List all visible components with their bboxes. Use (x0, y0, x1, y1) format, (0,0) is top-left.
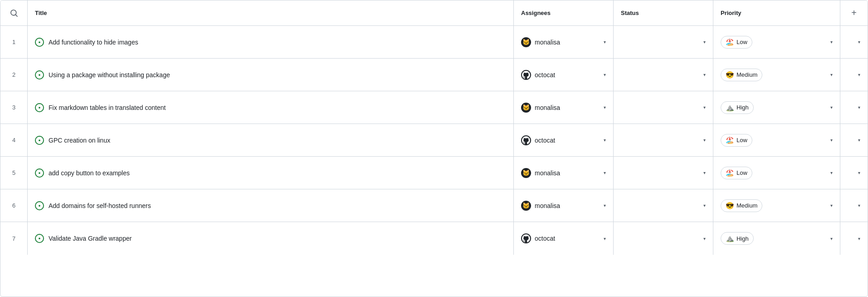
row-dropdown-icon[interactable]: ▾ (858, 72, 860, 77)
status-cell[interactable]: ▾ (614, 222, 713, 255)
row-extra-cell: ▾ (840, 189, 868, 222)
table-row: 6 Add domains for self-hosted runners 🐱 … (0, 189, 868, 222)
priority-label: Low (736, 137, 747, 144)
assignee-dropdown-icon[interactable]: ▾ (604, 40, 606, 45)
assignee-name: monalisa (535, 39, 560, 46)
priority-cell[interactable]: 😎 Medium ▾ (713, 59, 840, 91)
status-dropdown-icon[interactable]: ▾ (703, 138, 706, 143)
status-cell[interactable]: ▾ (614, 124, 713, 156)
priority-dropdown-icon[interactable]: ▾ (830, 40, 833, 45)
table-row: 2 Using a package without installing pac… (0, 59, 868, 91)
status-header: Status (614, 0, 713, 25)
priority-dropdown-icon[interactable]: ▾ (830, 105, 833, 110)
assignee-name: monalisa (535, 202, 560, 209)
assignee-dropdown-icon[interactable]: ▾ (604, 203, 606, 208)
priority-dropdown-icon[interactable]: ▾ (830, 236, 833, 241)
priority-cell[interactable]: ⛰️ High ▾ (713, 91, 840, 124)
priority-badge: 😎 Medium (721, 199, 762, 212)
priority-label: Medium (736, 71, 757, 78)
assignee-cell[interactable]: octocat ▾ (514, 59, 614, 91)
assignee-info: octocat (521, 135, 555, 145)
assignee-cell[interactable]: octocat ▾ (514, 222, 614, 255)
priority-emoji: 😎 (726, 202, 734, 210)
avatar (521, 233, 531, 243)
priority-badge: ⛰️ High (721, 101, 754, 114)
status-dropdown-icon[interactable]: ▾ (703, 40, 706, 45)
add-column-header[interactable]: + (840, 0, 868, 25)
priority-cell[interactable]: 🏖️ Low ▾ (713, 26, 840, 58)
issue-title: Add domains for self-hosted runners (49, 202, 151, 209)
issue-title: Using a package without installing packa… (49, 71, 170, 79)
assignee-cell[interactable]: 🐱 monalisa ▾ (514, 157, 614, 189)
row-dropdown-icon[interactable]: ▾ (858, 170, 860, 175)
issue-title: GPC creation on linux (49, 137, 110, 144)
priority-cell[interactable]: ⛰️ High ▾ (713, 222, 840, 255)
assignee-dropdown-icon[interactable]: ▾ (604, 138, 606, 143)
assignee-dropdown-icon[interactable]: ▾ (604, 170, 606, 175)
assignee-cell[interactable]: 🐱 monalisa ▾ (514, 189, 614, 222)
priority-emoji: 😎 (726, 71, 734, 79)
assignee-cell[interactable]: 🐱 monalisa ▾ (514, 91, 614, 124)
assignee-name: octocat (535, 235, 555, 242)
status-dropdown-icon[interactable]: ▾ (703, 203, 706, 208)
status-cell[interactable]: ▾ (614, 157, 713, 189)
search-header-cell[interactable] (0, 0, 28, 25)
priority-label: Low (736, 39, 747, 45)
issue-title: Validate Java Gradle wrapper (49, 235, 132, 242)
status-dropdown-icon[interactable]: ▾ (703, 170, 706, 175)
assignee-dropdown-icon[interactable]: ▾ (604, 236, 606, 241)
status-cell[interactable]: ▾ (614, 59, 713, 91)
issue-open-icon (35, 168, 44, 178)
row-dropdown-icon[interactable]: ▾ (858, 105, 860, 110)
add-column-button[interactable]: + (849, 6, 858, 20)
assignee-dropdown-icon[interactable]: ▾ (604, 105, 606, 110)
assignee-cell[interactable]: 🐱 monalisa ▾ (514, 26, 614, 58)
assignee-name: monalisa (535, 104, 560, 111)
status-dropdown-icon[interactable]: ▾ (703, 105, 706, 110)
priority-label: High (736, 235, 749, 242)
priority-dropdown-icon[interactable]: ▾ (830, 138, 833, 143)
table-row: 7 Validate Java Gradle wrapper octocat ▾… (0, 222, 868, 255)
row-extra-cell: ▾ (840, 124, 868, 156)
priority-badge: 🏖️ Low (721, 167, 752, 179)
status-dropdown-icon[interactable]: ▾ (703, 236, 706, 241)
row-dropdown-icon[interactable]: ▾ (858, 40, 860, 45)
row-extra-cell: ▾ (840, 59, 868, 91)
avatar: 🐱 (521, 37, 531, 47)
row-number: 2 (0, 59, 28, 91)
assignee-dropdown-icon[interactable]: ▾ (604, 72, 606, 77)
priority-badge: 🏖️ Low (721, 134, 752, 147)
priority-cell[interactable]: 😎 Medium ▾ (713, 189, 840, 222)
row-dropdown-icon[interactable]: ▾ (858, 203, 860, 208)
row-dropdown-icon[interactable]: ▾ (858, 236, 860, 241)
assignee-cell[interactable]: octocat ▾ (514, 124, 614, 156)
search-icon[interactable] (10, 9, 18, 17)
assignee-info: 🐱 monalisa (521, 103, 560, 113)
title-cell: Fix markdown tables in translated conten… (28, 91, 514, 124)
priority-badge: ⛰️ High (721, 232, 754, 245)
priority-cell[interactable]: 🏖️ Low ▾ (713, 157, 840, 189)
priority-header: Priority (713, 0, 840, 25)
table-row: 5 add copy button to examples 🐱 monalisa… (0, 157, 868, 189)
status-cell[interactable]: ▾ (614, 91, 713, 124)
row-number: 7 (0, 222, 28, 255)
priority-label: High (736, 104, 749, 111)
status-cell[interactable]: ▾ (614, 189, 713, 222)
row-extra-cell: ▾ (840, 157, 868, 189)
priority-cell[interactable]: 🏖️ Low ▾ (713, 124, 840, 156)
priority-dropdown-icon[interactable]: ▾ (830, 203, 833, 208)
status-cell[interactable]: ▾ (614, 26, 713, 58)
table-row: 4 GPC creation on linux octocat ▾ ▾ 🏖️ (0, 124, 868, 157)
assignee-name: octocat (535, 137, 555, 144)
row-dropdown-icon[interactable]: ▾ (858, 138, 860, 143)
issue-title: Fix markdown tables in translated conten… (49, 104, 166, 111)
priority-emoji: 🏖️ (726, 38, 734, 46)
title-cell: add copy button to examples (28, 157, 514, 189)
status-dropdown-icon[interactable]: ▾ (703, 72, 706, 77)
row-number: 6 (0, 189, 28, 222)
priority-emoji: ⛰️ (726, 104, 734, 112)
priority-emoji: ⛰️ (726, 234, 734, 243)
priority-dropdown-icon[interactable]: ▾ (830, 170, 833, 175)
priority-dropdown-icon[interactable]: ▾ (830, 72, 833, 77)
issues-table: Title Assignees Status Priority + 1 Add … (0, 0, 868, 297)
